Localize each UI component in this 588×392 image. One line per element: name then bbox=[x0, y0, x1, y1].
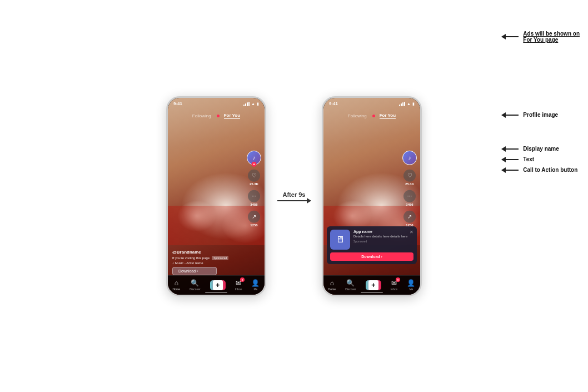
signal-bar-2 bbox=[245, 103, 246, 106]
side-icons-right: ♪ ♡ 25.3K ··· 3456 ↗ 1256 bbox=[402, 150, 417, 226]
share-count-left: 1256 bbox=[250, 223, 257, 226]
nav-me-left[interactable]: 👤 Me bbox=[251, 279, 260, 291]
battery-icon-left: ▮ bbox=[257, 102, 259, 106]
download-label-left: Download › bbox=[178, 269, 198, 273]
home-indicator-left bbox=[205, 292, 227, 293]
home-icon-right: ⌂ bbox=[330, 279, 334, 287]
ad-overlay-right: 🖥 App name Details here details here det… bbox=[327, 226, 417, 264]
like-group-right: ♡ 25.3K bbox=[403, 169, 416, 185]
nav-following-left[interactable]: Following bbox=[192, 113, 211, 118]
nav-discover-left[interactable]: 🔍 Discover bbox=[190, 279, 200, 291]
home-icon-left: ⌂ bbox=[175, 279, 178, 287]
ad-details-right: Details here details here details here bbox=[353, 235, 413, 239]
sponsored-badge-left: Sponsored bbox=[212, 256, 228, 260]
share-icon-left[interactable]: ↗ bbox=[248, 210, 260, 222]
profile-avatar-left[interactable]: ♪ + bbox=[247, 150, 261, 165]
add-btn-right[interactable]: + bbox=[366, 280, 381, 290]
signal-bar-r1 bbox=[399, 105, 400, 106]
comment-count-right: 3456 bbox=[406, 202, 413, 206]
annotation-arrow-profile bbox=[502, 115, 519, 116]
music-line-left: ♪ Music - Artist name bbox=[172, 261, 243, 265]
home-indicator-right bbox=[361, 292, 383, 293]
wifi-icon-right: ▲ bbox=[407, 102, 411, 106]
download-btn-left[interactable]: Download › bbox=[172, 267, 217, 275]
nav-for-you-left[interactable]: For You bbox=[224, 113, 240, 119]
annotations-container: Ads will be shown on For You page Profil… bbox=[502, 31, 580, 173]
signal-bar-3 bbox=[247, 102, 248, 106]
me-label-right: Me bbox=[409, 287, 413, 291]
comment-icon-left[interactable]: ··· bbox=[248, 190, 260, 202]
annotation-profile-image: Profile image bbox=[502, 112, 580, 118]
nav-add-right[interactable]: + bbox=[366, 280, 381, 290]
annotation-text-display: Display name bbox=[523, 146, 559, 152]
share-group-left: ↗ 1256 bbox=[248, 210, 260, 226]
side-icons-left: ♪ + ♡ 25.3K ··· 3456 ↗ 1256 bbox=[247, 150, 261, 226]
inbox-label-right: Inbox bbox=[391, 287, 397, 291]
signal-bar-r2 bbox=[401, 103, 402, 106]
ad-text-block-right: App name Details here details here detai… bbox=[353, 230, 413, 244]
music-label-left: ♪ Music - Artist name bbox=[172, 261, 203, 265]
phone-left: 9:41 ▲ ▮ Following For You bbox=[166, 96, 266, 296]
discover-label-right: Discover bbox=[345, 287, 356, 291]
phone-right: 9:41 ▲ ▮ Following For You bbox=[322, 96, 422, 296]
phone-right-inner: 9:41 ▲ ▮ Following For You bbox=[323, 98, 420, 295]
profile-avatar-right[interactable]: ♪ bbox=[402, 150, 417, 165]
page-container: 9:41 ▲ ▮ Following For You bbox=[0, 0, 588, 392]
annotation-display-name: Display name bbox=[502, 146, 580, 152]
ad-cta-label-right: Download › bbox=[361, 255, 382, 259]
nav-add-left[interactable]: + bbox=[210, 280, 226, 290]
discover-icon-right: 🔍 bbox=[346, 279, 355, 287]
arrow-label: After 9s bbox=[283, 191, 306, 198]
annotation-ads-page: Ads will be shown on For You page bbox=[502, 31, 580, 43]
status-time-right: 9:41 bbox=[329, 101, 338, 106]
like-count-right: 25.3K bbox=[405, 182, 414, 185]
ad-close-btn-right[interactable]: ✕ bbox=[410, 230, 413, 235]
annotation-ads-plain: Ads will be shown on bbox=[523, 31, 580, 37]
ad-app-name-right: App name bbox=[353, 230, 413, 234]
nav-home-right[interactable]: ⌂ Home bbox=[328, 279, 336, 291]
nav-inbox-left[interactable]: ✉ 9 Inbox bbox=[235, 279, 242, 291]
like-icon-left[interactable]: ♡ bbox=[248, 169, 260, 181]
annotation-arrow-text bbox=[502, 159, 519, 160]
nav-discover-right[interactable]: 🔍 Discover bbox=[345, 279, 356, 291]
annotation-arrow-display bbox=[502, 148, 519, 150]
top-nav-left: Following For You bbox=[168, 110, 265, 122]
share-icon-right[interactable]: ↗ bbox=[403, 210, 416, 222]
me-icon-right: 👤 bbox=[407, 279, 415, 287]
arrow-container: After 9s bbox=[277, 191, 311, 201]
inbox-badge-count-right: 9 bbox=[396, 277, 400, 282]
discover-label-left: Discover bbox=[190, 287, 200, 291]
nav-for-you-right[interactable]: For You bbox=[380, 113, 396, 119]
phone-left-inner: 9:41 ▲ ▮ Following For You bbox=[168, 98, 265, 295]
nav-live-dot-left bbox=[217, 115, 220, 117]
me-icon-left: 👤 bbox=[251, 279, 260, 287]
tiktok-logo-left: ♪ bbox=[253, 155, 256, 161]
battery-icon-right: ▮ bbox=[412, 102, 415, 106]
status-icons-right: ▲ ▮ bbox=[399, 102, 415, 106]
add-label-left: + bbox=[216, 281, 220, 289]
annotation-ads-underline: For You page bbox=[523, 37, 558, 43]
like-group-left: ♡ 25.3K bbox=[248, 169, 260, 185]
signal-bar-r4 bbox=[404, 102, 405, 106]
description-text-left: If you're visiting this page bbox=[172, 256, 210, 260]
nav-me-right[interactable]: 👤 Me bbox=[407, 279, 415, 291]
ad-app-icon-right: 🖥 bbox=[336, 235, 345, 245]
inbox-badge-count-left: 9 bbox=[240, 277, 245, 282]
like-icon-right[interactable]: ♡ bbox=[403, 169, 416, 181]
nav-following-right[interactable]: Following bbox=[348, 113, 367, 118]
wifi-icon-left: ▲ bbox=[251, 102, 255, 106]
nav-home-left[interactable]: ⌂ Home bbox=[173, 279, 180, 291]
top-nav-right: Following For You bbox=[323, 110, 420, 122]
signal-bars-left bbox=[243, 102, 250, 106]
annotation-text-ads: Ads will be shown on For You page bbox=[523, 31, 580, 43]
arrow-line bbox=[277, 200, 311, 201]
signal-bar-1 bbox=[243, 105, 245, 106]
ad-icon-box-right: 🖥 bbox=[330, 230, 350, 250]
add-btn-left[interactable]: + bbox=[210, 280, 226, 290]
comment-group-left: ··· 3456 bbox=[248, 190, 260, 206]
nav-inbox-right[interactable]: ✉ 9 Inbox bbox=[391, 279, 397, 291]
profile-plus-left: + bbox=[252, 161, 257, 166]
annotation-text-cta: Call to Action button bbox=[523, 167, 577, 173]
comment-icon-right[interactable]: ··· bbox=[403, 190, 416, 202]
ad-cta-btn-right[interactable]: Download › bbox=[330, 252, 413, 261]
